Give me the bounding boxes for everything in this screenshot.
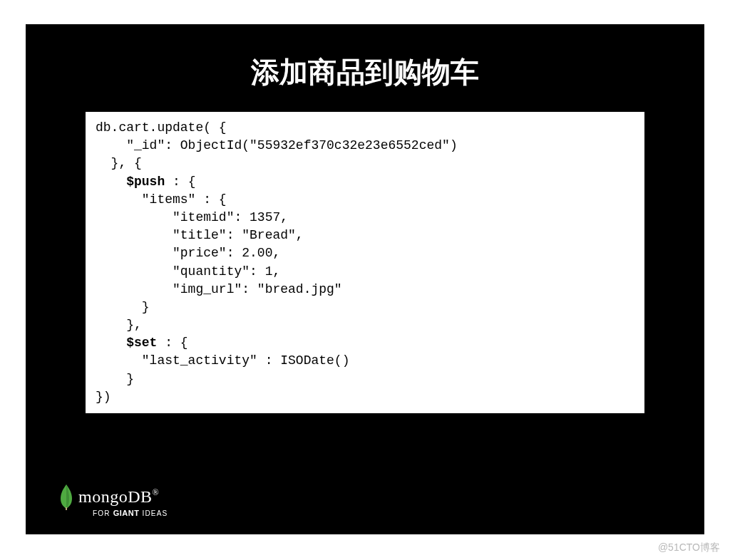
code-line: : { xyxy=(157,336,187,350)
code-line: } xyxy=(96,300,150,314)
tagline-pre: FOR xyxy=(93,509,113,517)
code-line: "price": 2.00, xyxy=(96,246,280,260)
brand-name: mongoDB xyxy=(78,487,153,506)
code-line: } xyxy=(96,372,134,386)
code-line: "items" : { xyxy=(96,192,227,207)
code-line: "_id": ObjectId("55932ef370c32e23e6552ce… xyxy=(96,138,458,152)
brand-text: mongoDB® xyxy=(78,487,159,507)
watermark: @51CTO博客 xyxy=(658,541,720,554)
code-line: "last_activity" : ISODate() xyxy=(96,353,349,368)
tagline: FOR GIANT IDEAS xyxy=(93,509,168,517)
slide: 添加商品到购物车 db.cart.update( { "_id": Object… xyxy=(26,24,704,534)
code-line: db.cart.update( { xyxy=(96,120,227,135)
code-block: db.cart.update( { "_id": ObjectId("55932… xyxy=(86,112,644,413)
code-keyword-set: $set xyxy=(126,336,157,350)
tagline-post: IDEAS xyxy=(139,509,168,517)
mongodb-logo: mongoDB® FOR GIANT IDEAS xyxy=(58,483,168,517)
code-line: "itemid": 1357, xyxy=(96,210,288,224)
code-keyword-push: $push xyxy=(126,175,165,189)
slide-title: 添加商品到购物车 xyxy=(26,53,704,92)
leaf-icon xyxy=(58,483,74,510)
code-line: : { xyxy=(165,175,195,189)
code-line: "img_url": "bread.jpg" xyxy=(96,282,342,296)
code-line: "title": "Bread", xyxy=(96,228,304,242)
code-line: }) xyxy=(96,390,111,404)
code-line xyxy=(96,336,126,350)
code-line: }, xyxy=(96,318,142,332)
code-line: }, { xyxy=(96,156,142,170)
code-line xyxy=(96,175,126,189)
tagline-bold: GIANT xyxy=(113,509,140,517)
code-line: "quantity": 1, xyxy=(96,264,280,279)
logo-row: mongoDB® xyxy=(58,483,159,510)
brand-suffix: ® xyxy=(153,487,160,497)
